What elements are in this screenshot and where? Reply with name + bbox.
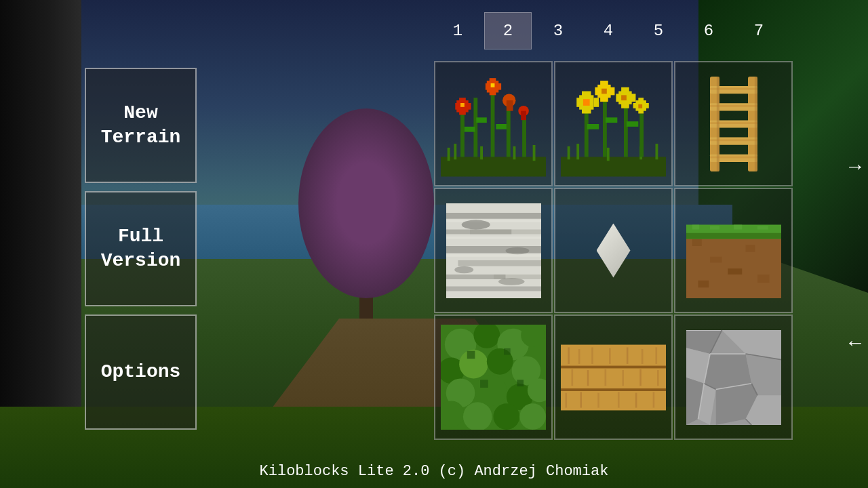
svg-rect-128 xyxy=(467,351,475,359)
svg-rect-79 xyxy=(710,122,757,124)
svg-rect-1 xyxy=(460,110,465,157)
plank-block-icon xyxy=(561,344,666,411)
birch-block-icon xyxy=(446,203,541,298)
svg-rect-51 xyxy=(601,88,607,94)
svg-rect-100 xyxy=(710,256,722,262)
ladder-icon xyxy=(700,77,768,171)
svg-rect-85 xyxy=(470,229,541,234)
svg-rect-0 xyxy=(441,157,546,176)
flowers2-icon xyxy=(561,70,666,178)
flowers1-icon xyxy=(441,70,546,178)
svg-rect-36 xyxy=(585,108,589,157)
tab-4[interactable]: 4 xyxy=(585,12,632,49)
grid-cell-diamond[interactable] xyxy=(554,188,673,313)
svg-rect-7 xyxy=(454,144,456,159)
svg-rect-9 xyxy=(513,146,516,159)
svg-rect-45 xyxy=(583,99,590,106)
tab-3[interactable]: 3 xyxy=(534,12,582,49)
svg-point-97 xyxy=(498,278,525,285)
svg-rect-133 xyxy=(561,365,666,368)
svg-rect-19 xyxy=(490,91,496,95)
svg-rect-28 xyxy=(476,117,487,123)
svg-rect-22 xyxy=(491,83,495,87)
tab-2[interactable]: 2 xyxy=(484,12,532,49)
svg-rect-144 xyxy=(605,369,607,386)
svg-rect-6 xyxy=(448,147,450,160)
svg-rect-10 xyxy=(533,145,536,161)
svg-rect-31 xyxy=(568,146,570,159)
svg-rect-131 xyxy=(517,380,524,386)
svg-rect-24 xyxy=(507,100,513,111)
svg-rect-107 xyxy=(692,224,699,229)
svg-rect-129 xyxy=(504,348,511,355)
svg-rect-92 xyxy=(446,237,541,239)
leaves-block-icon xyxy=(441,325,546,430)
grid-cell-flowers1[interactable] xyxy=(434,61,553,186)
svg-rect-147 xyxy=(657,370,659,386)
svg-rect-18 xyxy=(490,78,496,82)
svg-rect-91 xyxy=(446,220,541,222)
svg-rect-102 xyxy=(728,268,742,274)
arrow-left-button[interactable]: ← xyxy=(849,332,861,355)
svg-point-121 xyxy=(475,375,507,407)
svg-rect-142 xyxy=(572,369,574,386)
svg-rect-101 xyxy=(745,245,755,252)
full-version-button[interactable]: FullVersion xyxy=(85,191,197,306)
grid-cell-stone[interactable] xyxy=(674,314,793,440)
svg-rect-141 xyxy=(656,347,658,364)
stone-block-icon xyxy=(686,330,781,425)
new-terrain-button[interactable]: NewTerrain xyxy=(85,68,197,183)
svg-rect-135 xyxy=(568,347,570,364)
svg-rect-108 xyxy=(710,226,719,229)
svg-rect-13 xyxy=(459,110,466,115)
grid-cell-grass-block[interactable] xyxy=(674,188,793,313)
arrow-right-button[interactable]: → xyxy=(849,156,861,179)
svg-rect-78 xyxy=(710,105,757,107)
grid-cell-leaves[interactable] xyxy=(434,314,553,440)
svg-rect-41 xyxy=(582,91,591,96)
svg-rect-80 xyxy=(710,139,757,141)
svg-rect-87 xyxy=(458,260,541,266)
grid-cell-flowers2[interactable] xyxy=(554,61,673,186)
diamond-icon xyxy=(597,224,631,278)
svg-rect-149 xyxy=(580,392,582,407)
svg-rect-43 xyxy=(576,98,582,107)
tab-7[interactable]: 7 xyxy=(735,12,783,49)
svg-point-126 xyxy=(494,403,520,430)
svg-rect-38 xyxy=(624,104,628,157)
svg-rect-27 xyxy=(465,126,475,131)
svg-rect-90 xyxy=(446,286,541,291)
options-button[interactable]: Options xyxy=(85,314,197,430)
svg-rect-29 xyxy=(496,124,507,129)
svg-rect-8 xyxy=(480,146,483,159)
svg-rect-136 xyxy=(578,349,580,364)
svg-rect-138 xyxy=(609,348,611,363)
tab-1[interactable]: 1 xyxy=(434,12,481,49)
svg-rect-47 xyxy=(600,81,608,86)
svg-rect-54 xyxy=(621,103,629,108)
svg-rect-150 xyxy=(597,392,599,407)
svg-rect-37 xyxy=(603,98,607,157)
svg-rect-65 xyxy=(606,117,617,123)
svg-rect-151 xyxy=(618,392,620,407)
left-menu: NewTerrain FullVersion Options xyxy=(85,68,197,430)
grid-cell-birch[interactable] xyxy=(434,188,553,313)
svg-rect-140 xyxy=(642,349,644,364)
svg-rect-53 xyxy=(621,87,629,92)
svg-rect-134 xyxy=(561,388,666,391)
tab-6[interactable]: 6 xyxy=(685,12,732,49)
svg-rect-132 xyxy=(561,344,666,410)
svg-rect-104 xyxy=(698,280,709,287)
footer-text: Kiloblocks Lite 2.0 (c) Andrzej Chomiak xyxy=(0,463,868,480)
svg-rect-21 xyxy=(497,83,501,89)
svg-rect-83 xyxy=(446,213,541,219)
svg-rect-139 xyxy=(627,347,629,364)
svg-rect-3 xyxy=(491,91,495,157)
svg-rect-64 xyxy=(587,124,599,129)
svg-rect-145 xyxy=(622,370,624,386)
svg-rect-48 xyxy=(600,96,608,102)
tab-5[interactable]: 5 xyxy=(635,12,682,49)
grid-cell-ladder[interactable] xyxy=(674,61,793,186)
grid-cell-plank[interactable] xyxy=(554,314,673,440)
svg-point-127 xyxy=(519,403,546,430)
